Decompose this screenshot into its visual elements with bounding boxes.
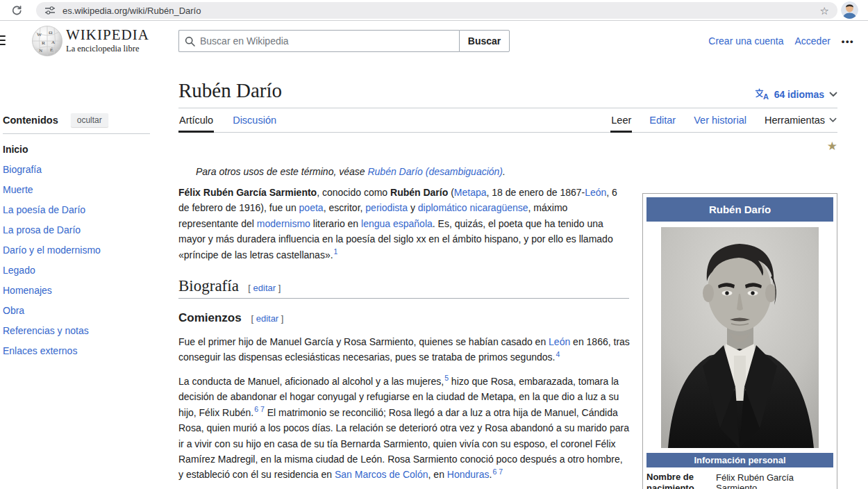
text-segment: , escritor, [324,202,366,213]
text-segment: , en [428,469,447,480]
section-heading-biografia: Biografía [ editar ] [178,277,281,295]
svg-text:A: A [763,92,769,100]
toc-item-prosa[interactable]: La prosa de Darío [3,220,167,240]
text-segment: . [490,469,492,480]
site-header: WΩR ANÉ WIKIPEDIA La enciclopedia libre … [0,22,868,69]
address-bar[interactable]: es.wikipedia.org/wiki/Rubén_Darío ☆ [36,2,837,19]
toc-item-muerte[interactable]: Muerte [3,180,167,200]
svg-text:A: A [51,40,55,45]
wiki-link[interactable]: 4 [556,350,560,358]
infobox: Rubén Darío [642,193,837,489]
logo-subtitle: La enciclopedia libre [66,44,149,54]
wiki-link[interactable]: diplomático [418,202,467,213]
language-selector-button[interactable]: A 64 idiomas [755,88,837,100]
profile-avatar[interactable] [841,1,858,19]
edit-link[interactable]: editar [256,313,279,324]
text-segment: y [408,202,418,213]
wiki-link[interactable]: León [585,187,606,198]
svg-text:É: É [50,47,53,53]
tab-ver-historial[interactable]: Ver historial [693,110,747,132]
wiki-link[interactable]: Rubén Darío (desambiguación) [367,166,503,177]
toc-title: Contenidos [3,115,58,126]
toc-divider [3,133,150,134]
portrait-photo[interactable] [661,227,819,448]
toc-item-enlaces[interactable]: Enlaces externos [3,341,167,361]
text-segment: La conducta de Manuel, aficionado al alc… [178,376,444,387]
logo-title: WIKIPEDIA [66,27,149,43]
text-segment: , 18 de enero de 1867- [487,187,585,198]
hamburger-menu-icon[interactable] [0,35,6,45]
reload-icon[interactable] [11,5,22,16]
language-count-label: 64 idiomas [774,89,824,100]
toc-item-homenajes[interactable]: Homenajes [3,281,167,301]
wiki-link[interactable]: 6 7 [492,467,503,476]
edit-section-link: [ editar ] [251,313,283,324]
lead-paragraph: Félix Rubén García Sarmiento, conocido c… [178,185,630,263]
language-icon: A [755,88,769,100]
bookmark-star-icon[interactable]: ☆ [820,6,829,16]
toc-item-referencias[interactable]: Referencias y notas [3,321,167,341]
login-link[interactable]: Acceder [794,35,830,47]
infobox-row-label: Nombre de nacimiento [646,472,710,489]
wiki-link[interactable]: lengua española [361,218,433,229]
tab-articulo[interactable]: Artículo [178,110,214,133]
text-segment: literario en [310,218,361,229]
wiki-link[interactable]: Honduras [447,469,490,480]
url-text[interactable]: es.wikipedia.org/wiki/Rubén_Darío [62,6,815,16]
wiki-link[interactable]: poeta [299,202,324,213]
wiki-link[interactable]: modernismo [257,218,310,229]
chevron-down-icon [829,92,837,97]
browser-toolbar: es.wikipedia.org/wiki/Rubén_Darío ☆ [0,0,868,21]
search-button[interactable]: Buscar [459,30,510,52]
article-tabs: Artículo Discusión Leer Editar Ver histo… [178,110,837,133]
search-icon [185,36,195,47]
table-of-contents: Contenidos ocultar Inicio Biografía Muer… [0,113,167,361]
wiki-link[interactable]: Metapa [454,187,487,198]
text-segment: Rubén Darío [390,187,448,198]
tab-herramientas[interactable]: Herramientas [764,110,837,132]
toc-item-legado[interactable]: Legado [3,260,167,281]
heading-divider [178,298,629,299]
search-input[interactable] [200,35,453,47]
toc-item-obra[interactable]: Obra [3,301,167,321]
site-info-icon[interactable] [44,6,56,15]
tab-leer[interactable]: Leer [610,110,632,133]
wikipedia-wordmark[interactable]: WIKIPEDIA La enciclopedia libre [66,27,149,54]
wikipedia-globe-logo[interactable]: WΩR ANÉ [31,25,63,57]
create-account-link[interactable]: Crear una cuenta [708,35,783,47]
infobox-row-value: Félix Rubén García Sarmiento [710,472,833,489]
toc-item-modernismo[interactable]: Darío y el modernismo [3,240,167,260]
edit-section-link: [ editar ] [248,283,281,293]
featured-article-star-icon: ★ [827,139,837,154]
text-segment: Félix Rubén García Sarmiento [178,187,317,198]
wiki-link[interactable]: León [549,336,570,347]
more-options-icon[interactable]: ••• [842,36,854,47]
text-segment: . [503,166,506,177]
wiki-link[interactable]: 6 7 [254,405,265,413]
svg-text:N: N [39,48,42,53]
wiki-link[interactable]: nicaragüense [470,202,528,213]
chevron-down-icon [829,117,837,123]
page-title: Rubén Darío [178,79,282,102]
infobox-title: Rubén Darío [646,197,833,222]
search-box[interactable] [178,30,459,52]
text-segment: Fue el primer hijo de Manuel García y Ro… [178,336,549,347]
toc-item-poesia[interactable]: La poesía de Darío [3,200,167,220]
infobox-section-header: Información personal [646,453,833,467]
tab-editar[interactable]: Editar [649,110,676,132]
title-divider [178,108,837,108]
svg-text:W: W [37,32,42,38]
toc-hide-button[interactable]: ocultar [71,113,108,127]
comienzos-paragraph-2: La conducta de Manuel, aficionado al alc… [178,374,630,483]
text-segment: ( [448,187,454,198]
comienzos-paragraph-1: Fue el primer hijo de Manuel García y Ro… [178,334,630,365]
toc-item-biografia[interactable]: Biografía [3,160,167,180]
user-links: Crear una cuenta Acceder ••• [708,35,854,47]
text-segment: , conocido como [317,187,390,198]
wiki-link[interactable]: 1 [334,247,338,256]
wiki-link[interactable]: San Marcos de Colón [335,469,428,480]
toc-item-inicio[interactable]: Inicio [3,140,167,160]
edit-link[interactable]: editar [253,283,276,293]
wiki-link[interactable]: periodista [365,202,408,213]
tab-discusion[interactable]: Discusión [232,110,277,132]
